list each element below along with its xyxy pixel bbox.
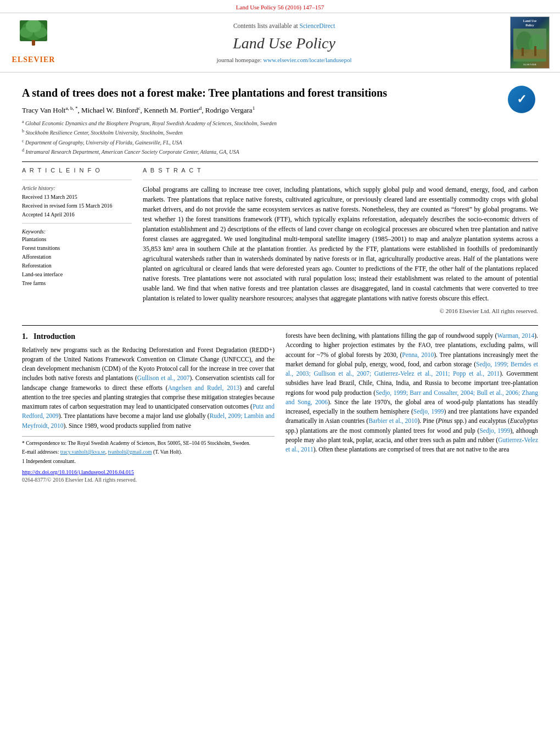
email-link-2[interactable]: tvanholt@gmail.com (108, 449, 152, 455)
keyword-5: Land-sea interface (22, 271, 132, 278)
ref-sedjo-1999[interactable]: Sedjo, 1999; Berndes et al., 2003; Gulli… (285, 361, 538, 377)
homepage-line: journal homepage: www.elsevier.com/locat… (64, 56, 505, 64)
footnote-2: E-mail addresses: tracy.vanholt@kva.se, … (22, 449, 275, 456)
authors-line: Tracy Van Holta, b, *, Michael W. Binfor… (22, 104, 538, 115)
intro-section-title: 1. Introduction (22, 331, 275, 342)
keywords-label: Keywords: (22, 228, 132, 236)
elsevier-wordmark: ELSEVIER (9, 54, 58, 65)
abstract-header: A B S T R A C T (143, 166, 538, 175)
doi-link: http://dx.doi.org/10.1016/j.landusepol.2… (22, 468, 275, 476)
body-section: 1. Introduction Relatively new programs … (22, 325, 538, 484)
sciencedirect-line: Contents lists available at ScienceDirec… (64, 21, 505, 30)
svg-rect-11 (522, 48, 524, 56)
affiliation-d: Intramural Research Department, American… (26, 149, 239, 155)
elsevier-logo: ELSEVIER (9, 20, 58, 65)
keyword-3: Afforestation (22, 253, 132, 261)
sciencedirect-link[interactable]: ScienceDirect (300, 23, 335, 29)
intro-text-right: forests have been declining, with planta… (285, 331, 538, 454)
crossmark-badge: ✓ (508, 86, 538, 116)
ref-angelsen[interactable]: Angelsen and Rudel, 2013 (167, 384, 239, 391)
title-divider (22, 161, 538, 162)
ref-sedjo-barr[interactable]: Sedjo, 1999; Barr and Cossalter, 2004; B… (285, 389, 538, 405)
received-date: Received 13 March 2015 (22, 193, 132, 201)
affiliation-b: Stockholm Resilience Center, Stockholm U… (26, 130, 183, 136)
article-info-column: A R T I C L E I N F O Article history: R… (22, 166, 132, 319)
email-link-1[interactable]: tracy.vanholt@kva.se (60, 449, 105, 455)
journal-title: Land Use Policy (64, 32, 505, 54)
author-4: Rodrigo Vergara1 (205, 106, 255, 114)
footnotes: * Correspondence to: The Royal Swedish A… (22, 436, 275, 465)
keyword-1: Plantations (22, 236, 132, 243)
journal-header: ELSEVIER Contents lists available at Sci… (0, 13, 560, 72)
ref-penna[interactable]: Penna, 2010 (402, 352, 434, 358)
author-3: Kenneth M. Portierd, (144, 106, 205, 114)
affiliation-a: Global Economic Dynamics and the Biosphe… (25, 120, 277, 126)
abstract-text: Global programs are calling to increase … (143, 185, 538, 316)
accepted-date: Accepted 14 April 2016 (22, 211, 132, 219)
affiliation-c: Department of Geography, University of F… (25, 140, 182, 146)
info-divider-mid (22, 223, 132, 224)
affiliations-section: a Global Economic Dynamics and the Biosp… (22, 119, 538, 156)
author-2: Michael W. Binfordc, (81, 106, 144, 114)
article-main: A stand of trees does not a forest make:… (0, 72, 560, 489)
keywords-section: Keywords: Plantations Forest transitions… (22, 228, 132, 287)
info-abstract-section: A R T I C L E I N F O Article history: R… (22, 166, 538, 319)
footnote-1: * Correspondence to: The Royal Swedish A… (22, 440, 275, 447)
author-1: Tracy Van Holta, b, *, (22, 106, 81, 114)
article-info-header: A R T I C L E I N F O (22, 166, 132, 175)
copyright-notice: © 2016 Elsevier Ltd. All rights reserved… (143, 306, 538, 316)
doi-url[interactable]: http://dx.doi.org/10.1016/j.landusepol.2… (22, 469, 134, 475)
ref-rudel[interactable]: Rudel, 2009; Lambin and Meyfroidt, 2010 (22, 412, 275, 428)
info-divider-top (22, 180, 132, 180)
journal-title-area: Contents lists available at ScienceDirec… (64, 21, 505, 65)
body-right-column: forests have been declining, with planta… (285, 331, 538, 484)
issn-line: 0264-8377/© 2016 Elsevier Ltd. All right… (22, 476, 275, 484)
body-left-column: 1. Introduction Relatively new programs … (22, 331, 275, 484)
article-history: Article history: Received 13 March 2015 … (22, 185, 132, 219)
ref-warman[interactable]: Warman, 2014 (497, 332, 534, 339)
revised-date: Received in revised form 15 March 2016 (22, 202, 132, 210)
keyword-4: Reforestation (22, 262, 132, 270)
journal-ref-text: Land Use Policy 56 (2016) 147–157 (236, 4, 324, 10)
keyword-2: Forest transitions (22, 244, 132, 252)
ref-sedjo-3[interactable]: Sedjo, 1999 (479, 427, 510, 434)
ref-gullison-2007[interactable]: Gullison et al., 2007 (137, 375, 190, 381)
keyword-6: Tree farms (22, 280, 132, 287)
journal-cover-image: Land UsePolicy ELSEVIER (510, 16, 551, 69)
ref-gutierrez[interactable]: Gutierrez-Velez et al., 2011 (285, 437, 538, 453)
journal-reference-bar: Land Use Policy 56 (2016) 147–157 (0, 0, 560, 13)
history-label: Article history: (22, 185, 132, 192)
abstract-column: A B S T R A C T Global programs are call… (143, 166, 538, 319)
footnote-3: 1 Independent consultant. (22, 458, 275, 465)
elsevier-tree-icon (14, 20, 53, 51)
abstract-divider (143, 180, 538, 180)
ref-barbier[interactable]: Barbier et al., 2010 (368, 417, 417, 424)
svg-rect-12 (534, 46, 536, 56)
homepage-url[interactable]: www.elsevier.com/locate/landusepol (263, 57, 351, 63)
svg-rect-10 (513, 49, 546, 59)
intro-text-left: Relatively new programs such as the Redu… (22, 345, 275, 431)
article-title: A stand of trees does not a forest make:… (22, 86, 538, 100)
ref-sedjo-2[interactable]: Sedjo, 1999 (413, 408, 444, 415)
